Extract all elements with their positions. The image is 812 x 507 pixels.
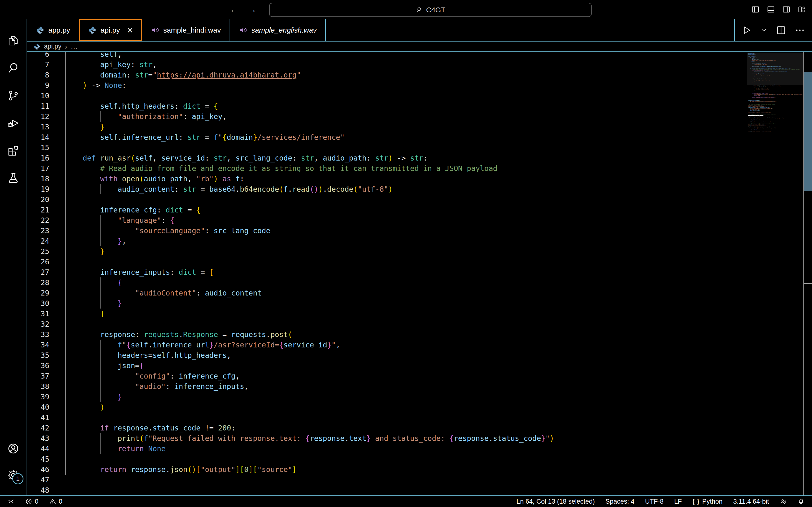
source-control-icon[interactable] bbox=[7, 89, 19, 102]
code-line[interactable]: 28{ bbox=[27, 277, 747, 288]
code-line[interactable]: 23"sourceLanguage": src_lang_code bbox=[27, 225, 747, 236]
code-line[interactable]: 8domain: str="https://api.dhruva.ai4bhar… bbox=[27, 70, 747, 80]
code-line[interactable]: 19audio_content: str = base64.b64encode(… bbox=[27, 184, 747, 194]
code-line[interactable]: 6self, bbox=[27, 52, 747, 59]
code-line[interactable]: 13} bbox=[27, 122, 747, 132]
line-number[interactable]: 12 bbox=[27, 111, 65, 122]
search-icon[interactable] bbox=[7, 62, 19, 74]
tab-sample_english.wav[interactable]: sample_english.wav bbox=[230, 19, 326, 41]
split-editor-button[interactable] bbox=[776, 25, 786, 36]
toggle-panel-button[interactable] bbox=[767, 5, 775, 14]
tab-api.py[interactable]: api.py× bbox=[79, 19, 142, 41]
language-mode[interactable]: { }Python bbox=[692, 498, 723, 505]
line-number[interactable]: 38 bbox=[27, 381, 65, 392]
code-line[interactable]: 16def run_asr(self, service_id: str, src… bbox=[27, 153, 747, 163]
line-number[interactable]: 6 bbox=[27, 52, 65, 59]
line-number[interactable]: 33 bbox=[27, 329, 65, 340]
code-line[interactable]: 41 bbox=[27, 412, 747, 423]
line-number[interactable]: 34 bbox=[27, 340, 65, 350]
line-number[interactable]: 11 bbox=[27, 101, 65, 111]
feedback[interactable] bbox=[779, 498, 787, 505]
line-number[interactable]: 16 bbox=[27, 153, 65, 163]
code-line[interactable]: 20 bbox=[27, 194, 747, 205]
code-line[interactable]: 9) -> None: bbox=[27, 80, 747, 91]
line-number[interactable]: 29 bbox=[27, 288, 65, 298]
code-line[interactable]: 33response: requests.Response = requests… bbox=[27, 329, 747, 340]
line-number[interactable]: 44 bbox=[27, 444, 65, 454]
run-and-debug-icon[interactable] bbox=[7, 117, 19, 129]
more-actions-button[interactable] bbox=[795, 25, 805, 36]
line-number[interactable]: 37 bbox=[27, 371, 65, 381]
line-number[interactable]: 18 bbox=[27, 174, 65, 184]
run-dropdown-button[interactable] bbox=[760, 26, 767, 34]
line-number[interactable]: 45 bbox=[27, 454, 65, 464]
line-number[interactable]: 22 bbox=[27, 215, 65, 225]
code-line[interactable]: 44return None bbox=[27, 444, 747, 454]
line-number[interactable]: 8 bbox=[27, 70, 65, 80]
code-line[interactable]: 22"language": { bbox=[27, 215, 747, 225]
navigate-forward-icon[interactable]: → bbox=[248, 4, 257, 15]
line-number[interactable]: 30 bbox=[27, 298, 65, 308]
testing-icon[interactable] bbox=[7, 172, 19, 184]
line-number[interactable]: 28 bbox=[27, 277, 65, 288]
encoding[interactable]: UTF-8 bbox=[645, 498, 664, 505]
toggle-secondary-sidebar-button[interactable] bbox=[782, 5, 791, 14]
line-number[interactable]: 40 bbox=[27, 402, 65, 412]
accounts-icon[interactable] bbox=[7, 442, 19, 455]
code-line[interactable]: 31] bbox=[27, 308, 747, 319]
line-number[interactable]: 19 bbox=[27, 184, 65, 194]
code-line[interactable]: 12"authorization": api_key, bbox=[27, 111, 747, 122]
code-line[interactable]: 45 bbox=[27, 454, 747, 464]
scrollbar-thumb[interactable] bbox=[804, 72, 812, 191]
code-line[interactable]: 29"audioContent": audio_content bbox=[27, 288, 747, 298]
line-number[interactable]: 17 bbox=[27, 163, 65, 174]
code-line[interactable]: 15 bbox=[27, 143, 747, 153]
tab-sample_hindi.wav[interactable]: sample_hindi.wav bbox=[142, 19, 230, 41]
line-number[interactable]: 36 bbox=[27, 360, 65, 371]
code-line[interactable]: 21inference_cfg: dict = { bbox=[27, 205, 747, 215]
vertical-scrollbar[interactable] bbox=[803, 52, 812, 495]
run-python-file-button[interactable] bbox=[742, 25, 752, 36]
line-number[interactable]: 43 bbox=[27, 433, 65, 444]
code-line[interactable]: 26 bbox=[27, 257, 747, 267]
indentation[interactable]: Spaces: 4 bbox=[605, 498, 635, 505]
code-line[interactable]: 24}, bbox=[27, 236, 747, 246]
code-line[interactable]: 35headers=self.http_headers, bbox=[27, 350, 747, 360]
code-line[interactable]: 47 bbox=[27, 475, 747, 485]
code-line[interactable]: 10 bbox=[27, 91, 747, 101]
explorer-icon[interactable] bbox=[7, 34, 19, 47]
line-number[interactable]: 32 bbox=[27, 319, 65, 329]
line-number[interactable]: 48 bbox=[27, 485, 65, 495]
code-line[interactable]: 40) bbox=[27, 402, 747, 412]
line-number[interactable]: 27 bbox=[27, 267, 65, 277]
code-line[interactable]: 14self.inference_url: str = f"{domain}/s… bbox=[27, 132, 747, 143]
code-line[interactable]: 34f"{self.inference_url}/asr?serviceId={… bbox=[27, 340, 747, 350]
line-number[interactable]: 26 bbox=[27, 257, 65, 267]
code-line[interactable]: 27inference_inputs: dict = [ bbox=[27, 267, 747, 277]
tab-app.py[interactable]: app.py bbox=[27, 19, 79, 41]
eol-sequence[interactable]: LF bbox=[674, 498, 682, 505]
line-number[interactable]: 41 bbox=[27, 412, 65, 423]
extensions-icon[interactable] bbox=[7, 145, 19, 157]
errors[interactable]: 0 bbox=[25, 498, 39, 505]
code-line[interactable]: 48 bbox=[27, 485, 747, 495]
code-line[interactable]: 46return response.json()["output"][0]["s… bbox=[27, 464, 747, 475]
code-editor[interactable]: 6self,7api_key: str,8domain: str="https:… bbox=[27, 52, 747, 495]
line-number[interactable]: 15 bbox=[27, 143, 65, 153]
toggle-primary-sidebar-button[interactable] bbox=[751, 5, 760, 14]
code-line[interactable]: 36json={ bbox=[27, 360, 747, 371]
warnings[interactable]: 0 bbox=[49, 498, 62, 505]
cursor-position[interactable]: Ln 64, Col 13 (18 selected) bbox=[516, 498, 595, 505]
customize-layout-button[interactable] bbox=[798, 5, 806, 14]
remote-indicator[interactable] bbox=[7, 498, 14, 505]
code-line[interactable]: 7api_key: str, bbox=[27, 59, 747, 70]
notifications[interactable] bbox=[798, 498, 805, 505]
line-number[interactable]: 39 bbox=[27, 392, 65, 402]
line-number[interactable]: 14 bbox=[27, 132, 65, 143]
python-interpreter[interactable]: 3.11.4 64-bit bbox=[733, 498, 769, 505]
code-line[interactable]: 39} bbox=[27, 392, 747, 402]
line-number[interactable]: 10 bbox=[27, 91, 65, 101]
line-number[interactable]: 46 bbox=[27, 464, 65, 475]
code-line[interactable]: 38"audio": inference_inputs, bbox=[27, 381, 747, 392]
code-line[interactable]: 30} bbox=[27, 298, 747, 308]
